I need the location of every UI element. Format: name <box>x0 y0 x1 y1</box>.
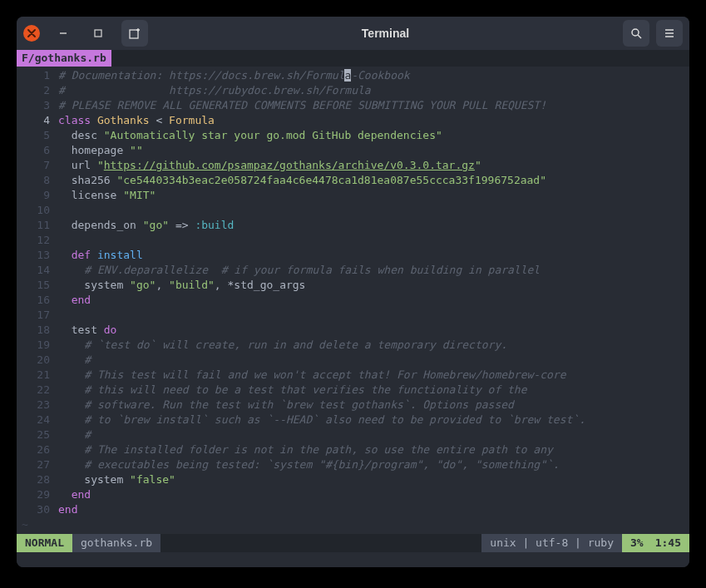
empty-line-tilde: ~ <box>17 517 689 532</box>
line-number: 10 <box>17 203 58 218</box>
line-number: 8 <box>17 173 58 188</box>
line-number: 24 <box>17 413 58 427</box>
code-content: homepage "" <box>58 143 689 158</box>
code-content: # executables being tested: `system "#{b… <box>58 457 689 472</box>
line-number: 12 <box>17 233 58 248</box>
code-content: system "false" <box>58 472 689 487</box>
line-number: 22 <box>17 383 58 398</box>
command-line[interactable] <box>17 552 689 567</box>
code-content: url "https://github.com/psampaz/gothanks… <box>58 158 689 173</box>
buffer-tab[interactable]: F/gothanks.rb <box>17 50 111 67</box>
code-content: end <box>58 487 689 502</box>
code-content: license "MIT" <box>58 188 689 203</box>
close-icon <box>27 29 36 37</box>
line-number: 30 <box>17 502 58 517</box>
code-line[interactable]: 12 <box>17 233 689 248</box>
code-line[interactable]: 16 end <box>17 293 689 308</box>
code-content <box>58 308 689 323</box>
search-button[interactable] <box>623 20 649 47</box>
code-line[interactable]: 21 # This test will fail and we won't ac… <box>17 368 689 383</box>
code-content: test do <box>58 323 689 338</box>
code-line[interactable]: 4class Gothanks < Formula <box>17 113 689 128</box>
code-line[interactable]: 13 def install <box>17 248 689 263</box>
code-content: desc "Automatically star your go.mod Git… <box>58 128 689 143</box>
line-number: 15 <box>17 278 58 293</box>
code-line[interactable]: 20 # <box>17 353 689 368</box>
code-line[interactable]: 17 <box>17 308 689 323</box>
code-line[interactable]: 14 # ENV.deparallelize # if your formula… <box>17 263 689 278</box>
status-mode: NORMAL <box>17 534 72 552</box>
code-line[interactable]: 11 depends_on "go" => :build <box>17 218 689 233</box>
code-content: class Gothanks < Formula <box>58 113 689 128</box>
minimize-icon <box>58 28 68 38</box>
line-number: 27 <box>17 457 58 472</box>
line-number: 21 <box>17 368 58 383</box>
line-number: 6 <box>17 143 58 158</box>
line-number: 4 <box>17 113 58 128</box>
new-tab-icon <box>128 27 141 40</box>
line-number: 1 <box>17 68 58 83</box>
code-content: # ENV.deparallelize # if your formula fa… <box>58 263 689 278</box>
line-number: 14 <box>17 263 58 278</box>
code-content: # PLEASE REMOVE ALL GENERATED COMMENTS B… <box>58 98 689 113</box>
line-number: 13 <box>17 248 58 263</box>
code-content: # software. Run the test with `brew test… <box>58 398 689 413</box>
code-line[interactable]: 27 # executables being tested: `system "… <box>17 457 689 472</box>
code-content: # https://rubydoc.brew.sh/Formula <box>58 83 689 98</box>
code-content: # <box>58 353 689 368</box>
hamburger-icon <box>664 27 675 39</box>
code-content: # This test will fail and we won't accep… <box>58 368 689 383</box>
line-number: 2 <box>17 83 58 98</box>
code-line[interactable]: 25 # <box>17 427 689 442</box>
code-content: end <box>58 293 689 308</box>
svg-rect-0 <box>95 30 101 37</box>
code-content: # The installed folder is not in the pat… <box>58 442 689 457</box>
code-content: # `test do` will create, run in and dele… <box>58 338 689 353</box>
code-line[interactable]: 9 license "MIT" <box>17 188 689 203</box>
line-number: 28 <box>17 472 58 487</box>
code-line[interactable]: 18 test do <box>17 323 689 338</box>
code-content: # Documentation: https://docs.brew.sh/Fo… <box>58 68 689 83</box>
code-line[interactable]: 23 # software. Run the test with `brew t… <box>17 398 689 413</box>
code-line[interactable]: 28 system "false" <box>17 472 689 487</box>
menu-button[interactable] <box>656 20 683 47</box>
titlebar-right-controls <box>623 20 683 47</box>
titlebar-left-controls <box>23 20 148 47</box>
line-number: 16 <box>17 293 58 308</box>
code-line[interactable]: 29 end <box>17 487 689 502</box>
status-spacer <box>160 534 481 552</box>
code-content: system "go", "build", *std_go_args <box>58 278 689 293</box>
code-line[interactable]: 19 # `test do` will create, run in and d… <box>17 338 689 353</box>
line-number: 17 <box>17 308 58 323</box>
editor-area[interactable]: 1# Documentation: https://docs.brew.sh/F… <box>17 67 689 534</box>
maximize-button[interactable] <box>86 22 110 45</box>
svg-rect-1 <box>130 30 138 38</box>
code-line[interactable]: 30end <box>17 502 689 517</box>
code-line[interactable]: 1# Documentation: https://docs.brew.sh/F… <box>17 68 689 83</box>
code-content <box>58 233 689 248</box>
line-number: 26 <box>17 442 58 457</box>
code-line[interactable]: 3# PLEASE REMOVE ALL GENERATED COMMENTS … <box>17 98 689 113</box>
code-content: depends_on "go" => :build <box>58 218 689 233</box>
terminal-window: Terminal F/gothanks.rb 1# Documentation:… <box>17 17 689 567</box>
new-tab-button[interactable] <box>121 20 148 47</box>
code-line[interactable]: 15 system "go", "build", *std_go_args <box>17 278 689 293</box>
buffer-tab-bar: F/gothanks.rb <box>17 50 689 67</box>
code-line[interactable]: 6 homepage "" <box>17 143 689 158</box>
minimize-button[interactable] <box>52 22 75 45</box>
code-content <box>58 203 689 218</box>
code-line[interactable]: 26 # The installed folder is not in the … <box>17 442 689 457</box>
code-line[interactable]: 24 # to `brew install` such as `--HEAD` … <box>17 413 689 427</box>
code-line[interactable]: 8 sha256 "ce5440334b3eac2e058724faa4c6e4… <box>17 173 689 188</box>
close-button[interactable] <box>23 25 40 42</box>
code-line[interactable]: 10 <box>17 203 689 218</box>
line-number: 29 <box>17 487 58 502</box>
code-content: # to `brew install` such as `--HEAD` als… <box>58 413 689 427</box>
status-filename: gothanks.rb <box>72 534 160 552</box>
code-line[interactable]: 2# https://rubydoc.brew.sh/Formula <box>17 83 689 98</box>
line-number: 20 <box>17 353 58 368</box>
code-line[interactable]: 7 url "https://github.com/psampaz/gothan… <box>17 158 689 173</box>
maximize-icon <box>94 29 102 37</box>
code-line[interactable]: 5 desc "Automatically star your go.mod G… <box>17 128 689 143</box>
code-line[interactable]: 22 # this will need to be a test that ve… <box>17 383 689 398</box>
